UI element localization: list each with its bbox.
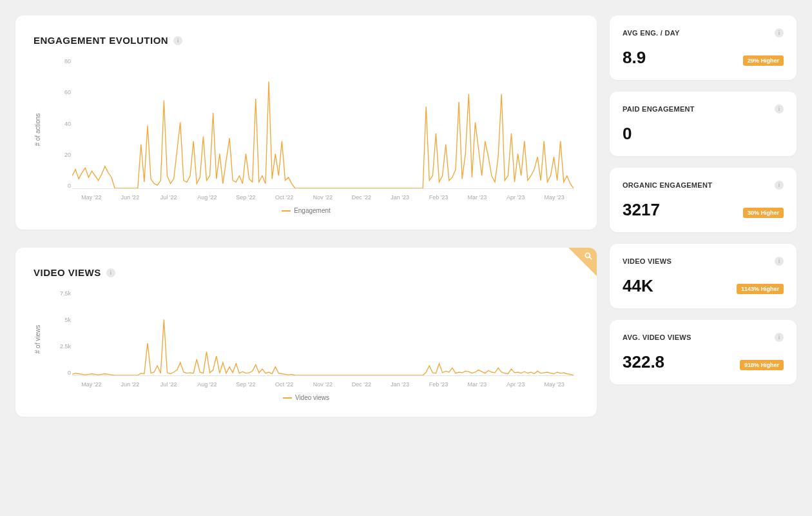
x-tick: Mar '23 — [458, 195, 496, 201]
x-tick: Sep '22 — [226, 195, 265, 201]
chart-legend: Video views — [34, 394, 579, 401]
stat-badge: 918% Higher — [740, 360, 784, 370]
stat-card[interactable]: PAID ENGAGEMENTi0 — [610, 92, 797, 156]
x-tick: Feb '23 — [420, 382, 458, 388]
y-axis-label: # of actions — [34, 113, 41, 146]
y-tick: 80 — [64, 59, 71, 64]
x-tick: Dec '22 — [342, 195, 381, 201]
info-icon[interactable]: i — [106, 268, 115, 277]
info-icon[interactable]: i — [173, 36, 182, 45]
y-tick: 40 — [64, 121, 71, 127]
x-tick: Mar '23 — [458, 382, 496, 388]
video-chart: # of views 7.5k5k2.5k0 May '22Jun '22Jul… — [57, 291, 574, 388]
engagement-evolution-card: ENGAGEMENT EVOLUTION i # of actions 8060… — [15, 15, 597, 230]
x-tick: May '23 — [535, 195, 574, 201]
info-icon[interactable]: i — [775, 181, 784, 190]
x-tick: Nov '22 — [304, 195, 342, 201]
y-axis-label: # of views — [34, 325, 41, 353]
legend-label: Engagement — [294, 207, 331, 214]
stat-badge: 1143% Higher — [737, 284, 784, 294]
info-icon[interactable]: i — [775, 333, 784, 342]
x-tick: Dec '22 — [342, 382, 381, 388]
x-tick: Nov '22 — [304, 382, 342, 388]
stat-value: 322.8 — [623, 353, 664, 370]
video-views-card: VIDEO VIEWS i # of views 7.5k5k2.5k0 May… — [15, 248, 597, 417]
y-tick: 2.5k — [60, 344, 71, 350]
x-tick: Apr '23 — [496, 382, 535, 388]
stat-value: 44K — [623, 277, 653, 294]
x-tick: May '23 — [535, 382, 574, 388]
stat-label: AVG. VIDEO VIEWS — [623, 333, 691, 341]
y-tick: 5k — [64, 317, 71, 323]
x-tick: Jan '23 — [381, 382, 420, 388]
y-tick: 60 — [64, 90, 71, 95]
chart-legend: Engagement — [34, 207, 579, 214]
engagement-line — [72, 63, 574, 188]
x-tick: May '22 — [72, 382, 111, 388]
engagement-chart: # of actions 806040200 May '22Jun '22Jul… — [57, 59, 574, 201]
y-tick: 7.5k — [60, 291, 71, 297]
x-tick: Jul '22 — [150, 382, 188, 388]
x-tick: Feb '23 — [420, 195, 458, 201]
stat-label: AVG ENG. / DAY — [623, 29, 680, 37]
y-tick: 0 — [68, 370, 71, 376]
x-tick: Jan '23 — [381, 195, 420, 201]
video-line — [72, 295, 574, 375]
legend-swatch — [282, 210, 291, 212]
stat-badge: 29% Higher — [743, 55, 784, 66]
x-tick: Jun '22 — [111, 195, 150, 201]
y-tick: 20 — [64, 152, 71, 158]
svg-line-1 — [589, 257, 591, 259]
x-tick: Oct '22 — [265, 382, 304, 388]
x-ticks: May '22Jun '22Jul '22Aug '22Sep '22Oct '… — [72, 382, 574, 388]
info-icon[interactable]: i — [775, 28, 784, 37]
info-icon[interactable]: i — [775, 104, 784, 114]
stat-card[interactable]: AVG. VIDEO VIEWSi322.8918% Higher — [610, 320, 797, 384]
x-tick: Oct '22 — [265, 195, 304, 201]
x-tick: Jun '22 — [111, 382, 150, 388]
stat-value: 8.9 — [623, 49, 646, 66]
info-icon[interactable]: i — [775, 257, 784, 266]
stat-badge: 30% Higher — [743, 208, 784, 218]
x-tick: Sep '22 — [226, 382, 265, 388]
stat-label: PAID ENGAGEMENT — [623, 105, 695, 113]
video-chart-title: VIDEO VIEWS — [34, 267, 101, 278]
y-ticks: 806040200 — [52, 59, 71, 189]
stat-label: ORGANIC ENGAGEMENT — [623, 181, 712, 189]
x-tick: Aug '22 — [188, 382, 227, 388]
stat-value: 3217 — [623, 201, 660, 218]
x-ticks: May '22Jun '22Jul '22Aug '22Sep '22Oct '… — [72, 195, 574, 201]
legend-swatch — [283, 397, 292, 399]
stat-card[interactable]: AVG ENG. / DAYi8.929% Higher — [610, 15, 797, 80]
stat-label: VIDEO VIEWS — [623, 257, 672, 265]
legend-label: Video views — [295, 394, 329, 401]
x-tick: Jul '22 — [150, 195, 188, 201]
y-tick: 0 — [68, 183, 71, 189]
x-tick: Apr '23 — [496, 195, 535, 201]
stat-card[interactable]: VIDEO VIEWSi44K1143% Higher — [610, 244, 797, 308]
x-tick: Aug '22 — [188, 195, 227, 201]
stat-card[interactable]: ORGANIC ENGAGEMENTi321730% Higher — [610, 168, 797, 232]
search-icon[interactable] — [584, 252, 593, 263]
x-tick: May '22 — [72, 195, 111, 201]
y-ticks: 7.5k5k2.5k0 — [52, 291, 71, 376]
engagement-chart-title: ENGAGEMENT EVOLUTION — [34, 35, 168, 46]
stat-value: 0 — [623, 125, 632, 142]
